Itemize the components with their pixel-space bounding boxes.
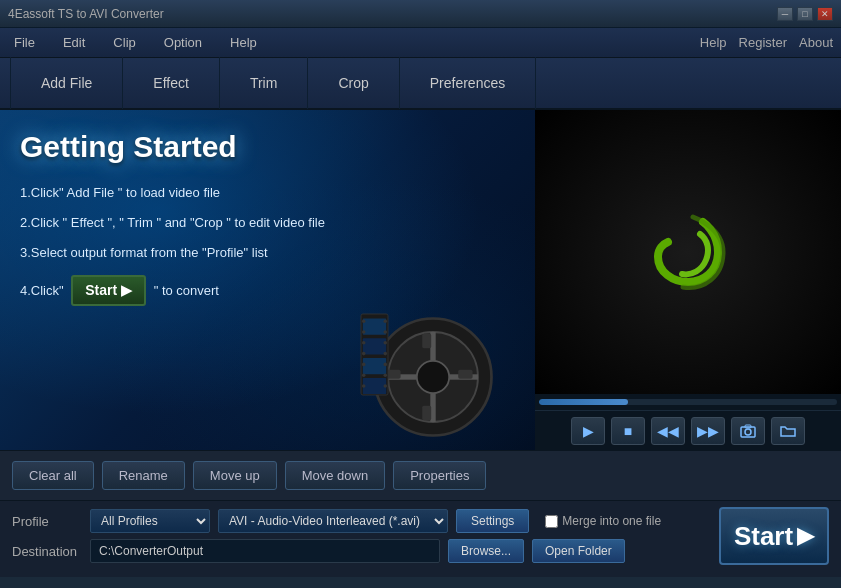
play-button[interactable]: ▶ bbox=[571, 417, 605, 445]
menu-edit[interactable]: Edit bbox=[57, 33, 91, 52]
profile-row: Profile All Profiles AVI - Audio-Video I… bbox=[12, 509, 829, 533]
screenshot-button[interactable] bbox=[731, 417, 765, 445]
start-badge: Start ▶ bbox=[71, 275, 146, 307]
svg-point-28 bbox=[384, 373, 388, 377]
profile-label: Profile bbox=[12, 514, 82, 529]
close-button[interactable]: ✕ bbox=[817, 7, 833, 21]
getting-started-title: Getting Started bbox=[20, 130, 515, 164]
svg-point-18 bbox=[362, 341, 366, 345]
progress-fill bbox=[539, 399, 628, 405]
properties-button[interactable]: Properties bbox=[393, 461, 486, 490]
window-controls: ─ □ ✕ bbox=[777, 7, 833, 21]
film-reel-icon: TS AVI bbox=[325, 260, 505, 440]
menu-option[interactable]: Option bbox=[158, 33, 208, 52]
clear-all-button[interactable]: Clear all bbox=[12, 461, 94, 490]
svg-point-17 bbox=[362, 330, 366, 334]
svg-point-35 bbox=[745, 429, 751, 435]
rename-button[interactable]: Rename bbox=[102, 461, 185, 490]
progress-track bbox=[539, 399, 837, 405]
move-down-button[interactable]: Move down bbox=[285, 461, 385, 490]
svg-point-20 bbox=[362, 363, 366, 367]
video-preview bbox=[535, 110, 841, 394]
svg-point-26 bbox=[384, 352, 388, 356]
settings-button[interactable]: Settings bbox=[456, 509, 529, 533]
open-folder-button[interactable]: Open Folder bbox=[532, 539, 625, 563]
progress-bar-container[interactable] bbox=[535, 394, 841, 410]
bottom-settings: Profile All Profiles AVI - Audio-Video I… bbox=[0, 501, 841, 577]
tab-crop[interactable]: Crop bbox=[308, 57, 399, 109]
menu-right-about[interactable]: About bbox=[799, 35, 833, 50]
svg-rect-8 bbox=[422, 406, 431, 420]
player-controls: ▶ ■ ◀◀ ▶▶ bbox=[535, 410, 841, 450]
title-bar: 4Eassoft TS to AVI Converter ─ □ ✕ bbox=[0, 0, 841, 28]
format-select[interactable]: AVI - Audio-Video Interleaved (*.avi) bbox=[218, 509, 448, 533]
start-label: Start bbox=[734, 521, 793, 552]
app-logo bbox=[638, 202, 738, 302]
destination-label: Destination bbox=[12, 544, 82, 559]
action-buttons: Clear all Rename Move up Move down Prope… bbox=[0, 450, 841, 501]
svg-rect-13 bbox=[363, 338, 386, 354]
svg-point-23 bbox=[384, 319, 388, 323]
svg-rect-7 bbox=[422, 334, 431, 348]
menu-right-help[interactable]: Help bbox=[700, 35, 727, 50]
menu-help[interactable]: Help bbox=[224, 33, 263, 52]
start-arrow-icon: ▶ bbox=[797, 523, 814, 549]
step-2: 2.Click " Effect ", " Trim " and "Crop "… bbox=[20, 214, 515, 232]
merge-checkbox-input[interactable] bbox=[545, 515, 558, 528]
toolbar: Add File Effect Trim Crop Preferences bbox=[0, 58, 841, 110]
maximize-button[interactable]: □ bbox=[797, 7, 813, 21]
menu-right: Help Register About bbox=[700, 35, 833, 50]
tab-trim[interactable]: Trim bbox=[220, 57, 308, 109]
tab-effect[interactable]: Effect bbox=[123, 57, 220, 109]
tab-preferences[interactable]: Preferences bbox=[400, 57, 536, 109]
svg-rect-14 bbox=[363, 358, 386, 374]
profile-select[interactable]: All Profiles bbox=[90, 509, 210, 533]
svg-point-21 bbox=[362, 373, 366, 377]
svg-point-24 bbox=[384, 330, 388, 334]
stop-button[interactable]: ■ bbox=[611, 417, 645, 445]
svg-point-27 bbox=[384, 363, 388, 367]
svg-point-2 bbox=[417, 361, 449, 393]
svg-point-29 bbox=[384, 384, 388, 388]
forward-button[interactable]: ▶▶ bbox=[691, 417, 725, 445]
merge-label: Merge into one file bbox=[562, 514, 661, 528]
destination-input[interactable] bbox=[90, 539, 440, 563]
svg-point-25 bbox=[384, 341, 388, 345]
bottom-area: Profile All Profiles AVI - Audio-Video I… bbox=[0, 501, 841, 577]
folder-button[interactable] bbox=[771, 417, 805, 445]
svg-point-19 bbox=[362, 352, 366, 356]
menu-bar: File Edit Clip Option Help Help Register… bbox=[0, 28, 841, 58]
minimize-button[interactable]: ─ bbox=[777, 7, 793, 21]
svg-point-16 bbox=[362, 319, 366, 323]
menu-clip[interactable]: Clip bbox=[107, 33, 141, 52]
rewind-button[interactable]: ◀◀ bbox=[651, 417, 685, 445]
left-preview-panel: Getting Started 1.Click" Add File " to l… bbox=[0, 110, 535, 450]
svg-rect-12 bbox=[363, 319, 386, 335]
move-up-button[interactable]: Move up bbox=[193, 461, 277, 490]
merge-checkbox[interactable]: Merge into one file bbox=[545, 514, 661, 528]
app-title: 4Eassoft TS to AVI Converter bbox=[8, 7, 164, 21]
menu-left: File Edit Clip Option Help bbox=[8, 33, 263, 52]
start-button[interactable]: Start ▶ bbox=[719, 507, 829, 565]
destination-row: Destination Browse... Open Folder bbox=[12, 539, 829, 563]
step-1: 1.Click" Add File " to load video file bbox=[20, 184, 515, 202]
main-content: Getting Started 1.Click" Add File " to l… bbox=[0, 110, 841, 450]
right-preview-panel: ▶ ■ ◀◀ ▶▶ bbox=[535, 110, 841, 450]
menu-right-register[interactable]: Register bbox=[739, 35, 787, 50]
tab-add-file[interactable]: Add File bbox=[10, 57, 123, 109]
browse-button[interactable]: Browse... bbox=[448, 539, 524, 563]
svg-rect-10 bbox=[458, 370, 472, 379]
svg-rect-15 bbox=[363, 378, 386, 394]
menu-file[interactable]: File bbox=[8, 33, 41, 52]
svg-point-22 bbox=[362, 384, 366, 388]
